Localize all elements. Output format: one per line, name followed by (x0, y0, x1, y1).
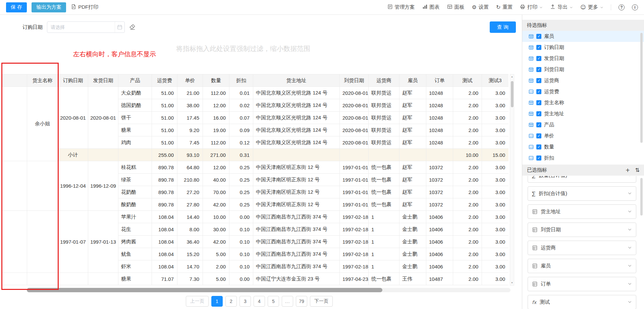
chevron-down-icon[interactable] (628, 281, 632, 287)
page-button[interactable]: 2 (225, 296, 237, 307)
save-button[interactable]: 保 存 (6, 2, 27, 12)
column-header[interactable]: 雇员 (399, 74, 426, 87)
scroll-up-arrow-icon[interactable]: ▲ (510, 74, 514, 79)
chevron-down-icon[interactable] (628, 299, 632, 305)
next-page-button[interactable]: 下一页 (310, 296, 333, 307)
pdf-print-button[interactable]: PDF打印 (71, 4, 98, 10)
calendar-icon[interactable] (115, 22, 124, 33)
table-cell: 中国天津南区明正东街 12 号 (253, 161, 340, 174)
pending-indicator-item[interactable]: ✓雇员 (522, 31, 644, 42)
selected-indicator-item[interactable]: fx测试 (528, 295, 636, 309)
table-cell: 0.02 (229, 99, 253, 112)
vertical-scrollbar[interactable]: ▲ ▼ (510, 74, 514, 286)
selected-list-scrollbar-thumb[interactable] (640, 178, 643, 215)
column-header[interactable]: 订购日期 (58, 74, 88, 87)
horizontal-scrollbar-thumb[interactable] (27, 288, 382, 292)
pending-indicator-item[interactable]: 123✓运货费 (522, 86, 644, 97)
table-cell: 虾米 (118, 260, 152, 273)
manage-plan-button[interactable]: 管理方案 (387, 4, 415, 10)
pending-indicator-item[interactable]: ✓发货日期 (522, 53, 644, 64)
page-button[interactable]: 3 (239, 296, 251, 307)
checkbox-checked[interactable]: ✓ (536, 56, 541, 61)
date-input-field[interactable] (47, 24, 115, 30)
column-header[interactable]: 到货日期 (340, 74, 369, 87)
checkbox-checked[interactable]: ✓ (536, 78, 541, 83)
chevron-down-icon[interactable] (628, 209, 632, 215)
page-ellipsis[interactable]: ... (282, 296, 293, 307)
reset-button[interactable]: ↻ 重置 (496, 4, 513, 10)
selected-indicator-item[interactable]: 运货商 (528, 241, 636, 255)
chevron-down-icon[interactable] (628, 245, 632, 251)
chart-button[interactable]: 图表 (422, 4, 440, 10)
column-header[interactable]: 货主名称 (27, 74, 58, 87)
selected-indicator-item[interactable]: ∑折扣(合计值) (528, 186, 636, 201)
column-header[interactable]: 测试 (453, 74, 482, 87)
page-button[interactable]: 79 (296, 296, 307, 307)
pending-indicator-item[interactable]: ✓产品 (522, 119, 644, 130)
checkbox-checked[interactable]: ✓ (536, 122, 541, 127)
add-indicator-icon[interactable]: + (626, 167, 630, 174)
pending-indicator-item[interactable]: ✓运货商 (522, 75, 644, 86)
chevron-down-icon[interactable] (628, 176, 632, 179)
checkbox-checked[interactable]: ✓ (536, 100, 541, 105)
help-icon[interactable]: ? (619, 4, 625, 10)
query-button[interactable]: 查 询 (490, 21, 516, 33)
prev-page-button[interactable]: 上一页 (186, 296, 209, 307)
table-cell (27, 273, 58, 285)
pending-indicator-item[interactable]: 123✓折扣 (522, 152, 644, 164)
page-button[interactable]: 5 (268, 296, 279, 307)
more-label: 更多 (588, 4, 598, 10)
column-header[interactable]: 产品 (118, 74, 152, 87)
pending-indicator-item[interactable]: 123✓数量 (522, 141, 644, 152)
vertical-scrollbar-thumb[interactable] (511, 81, 514, 107)
checkbox-checked[interactable]: ✓ (536, 89, 541, 94)
horizontal-scrollbar[interactable] (27, 288, 511, 292)
table-field-icon (528, 100, 534, 105)
checkbox-checked[interactable]: ✓ (536, 111, 541, 116)
pending-indicator-item[interactable]: ✓订购日期 (522, 42, 644, 53)
column-header[interactable]: 折扣 (229, 74, 253, 87)
export-dropdown[interactable]: 导出 (550, 4, 573, 10)
column-header[interactable]: 发货日期 (88, 74, 118, 87)
output-plan-button[interactable]: 输出为方案 (32, 2, 66, 12)
selected-indicator-item[interactable]: 货主地址 (528, 204, 636, 219)
checkbox-checked[interactable]: ✓ (536, 45, 541, 50)
scroll-down-arrow-icon[interactable]: ▼ (510, 281, 514, 285)
column-header[interactable]: 数量 (203, 74, 229, 87)
pending-list-scrollbar-thumb[interactable] (640, 33, 643, 143)
table-cell: 3.00 (482, 273, 509, 285)
panel-button[interactable]: 面板 (447, 4, 465, 10)
checkbox-checked[interactable]: ✓ (536, 34, 541, 39)
column-header-empty[interactable] (2, 74, 27, 87)
pending-indicator-item[interactable]: ✓货主地址 (522, 108, 644, 119)
checkbox-checked[interactable]: ✓ (536, 156, 541, 161)
column-header[interactable]: 单价 (177, 74, 203, 87)
column-header[interactable]: 测试3 (482, 74, 509, 87)
more-dropdown[interactable]: ☺ 更多 (580, 4, 603, 10)
column-header[interactable]: 货主地址 (253, 74, 340, 87)
column-header[interactable]: 订单 (426, 74, 453, 87)
checkbox-checked[interactable]: ✓ (536, 144, 541, 149)
clear-filter-eraser-icon[interactable] (129, 23, 136, 32)
selected-indicator-item[interactable]: 雇员 (528, 259, 636, 273)
pending-indicator-item[interactable]: ✓货主名称 (522, 97, 644, 108)
column-header[interactable]: 运货商 (369, 74, 399, 87)
order-date-input[interactable] (47, 21, 125, 33)
column-header[interactable]: 运货费 (152, 74, 177, 87)
chevron-down-icon[interactable] (628, 227, 632, 233)
sort-indicators-icon[interactable]: ⇅ (635, 167, 640, 173)
chevron-down-icon[interactable] (628, 191, 632, 197)
settings-button[interactable]: ⚙ 设置 (472, 4, 489, 10)
chevron-down-icon[interactable] (628, 263, 632, 269)
pending-indicator-item[interactable]: ✓到货日期 (522, 64, 644, 75)
checkbox-checked[interactable]: ✓ (536, 133, 541, 138)
checkbox-checked[interactable]: ✓ (536, 67, 541, 72)
selected-indicator-item[interactable]: ∑数量(合计值) (528, 176, 636, 183)
page-button[interactable]: 4 (254, 296, 265, 307)
pending-indicator-item[interactable]: 123✓单价 (522, 130, 644, 141)
page-button[interactable]: 1 (211, 296, 223, 307)
selected-indicator-item[interactable]: 订单 (528, 277, 636, 291)
info-icon[interactable]: i (632, 4, 638, 10)
selected-indicator-item[interactable]: 到货日期 (528, 223, 636, 237)
print-dropdown[interactable]: 打印 (520, 4, 543, 10)
